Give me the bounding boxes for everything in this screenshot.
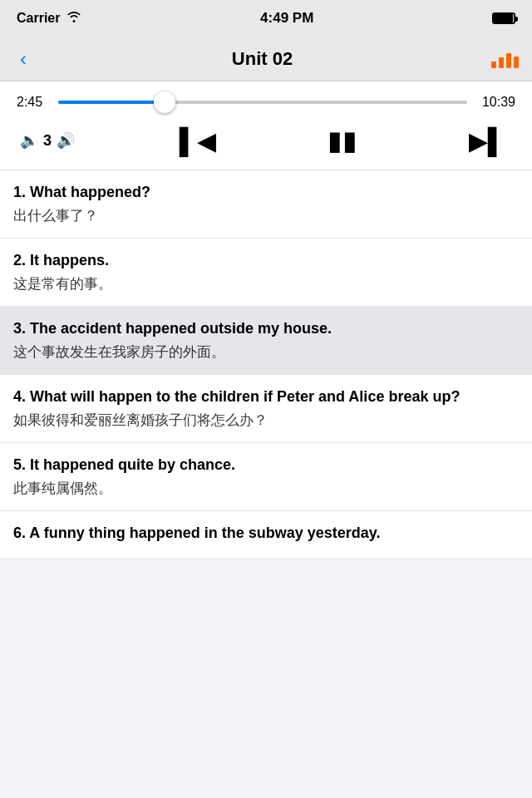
sentence-english-1: 1. What happened? xyxy=(13,182,519,203)
controls-row: 🔈 3 🔊 ▌◀ ▮▮ ▶▌ xyxy=(17,121,515,160)
volume-low-icon: 🔈 xyxy=(20,131,38,150)
back-button[interactable]: ‹ xyxy=(13,44,33,74)
carrier-label: Carrier xyxy=(17,11,60,26)
current-time: 2:45 xyxy=(17,95,50,110)
battery-icon xyxy=(492,12,515,24)
sentence-english-2: 2. It happens. xyxy=(13,250,519,271)
progress-thumb[interactable] xyxy=(154,91,175,113)
page-title: Unit 02 xyxy=(232,48,293,70)
sentence-item-3[interactable]: 3. The accident happened outside my hous… xyxy=(0,307,532,375)
sentence-chinese-3: 这个事故发生在我家房子的外面。 xyxy=(13,342,519,362)
volume-number: 3 xyxy=(43,132,52,150)
sentence-chinese-5: 此事纯属偶然。 xyxy=(13,479,519,499)
progress-fill xyxy=(58,101,165,104)
bar1 xyxy=(491,62,496,68)
status-time: 4:49 PM xyxy=(260,10,313,27)
progress-row: 2:45 10:39 xyxy=(17,95,515,110)
sentence-list: 1. What happened? 出什么事了？ 2. It happens. … xyxy=(0,170,532,559)
sentence-item-5[interactable]: 5. It happened quite by chance. 此事纯属偶然。 xyxy=(0,443,532,511)
status-bar: Carrier 4:49 PM xyxy=(0,0,532,37)
volume-high-icon: 🔊 xyxy=(57,131,75,150)
sentence-english-6: 6. A funny thing happened in the subway … xyxy=(13,523,519,544)
bar4 xyxy=(514,57,519,68)
sentence-item-1[interactable]: 1. What happened? 出什么事了？ xyxy=(0,170,532,239)
sentence-chinese-2: 这是常有的事。 xyxy=(13,274,519,294)
sentence-item-6[interactable]: 6. A funny thing happened in the subway … xyxy=(0,511,532,559)
skip-forward-button[interactable]: ▶▌ xyxy=(462,123,512,159)
progress-bar[interactable] xyxy=(58,101,467,104)
total-time: 10:39 xyxy=(475,95,515,110)
sentence-english-4: 4. What will happen to the children if P… xyxy=(13,387,519,407)
bar3 xyxy=(506,53,511,68)
skip-back-button[interactable]: ▌◀ xyxy=(173,123,223,159)
pause-button[interactable]: ▮▮ xyxy=(321,121,364,160)
audio-levels-icon[interactable] xyxy=(491,50,519,68)
sentence-chinese-4: 如果彼得和爱丽丝离婚孩子们将怎么办？ xyxy=(13,411,519,431)
sentence-item-2[interactable]: 2. It happens. 这是常有的事。 xyxy=(0,239,532,307)
sentence-chinese-1: 出什么事了？ xyxy=(13,206,519,226)
nav-bar: ‹ Unit 02 xyxy=(0,37,532,81)
sentence-english-3: 3. The accident happened outside my hous… xyxy=(13,318,519,339)
bar2 xyxy=(499,57,504,68)
wifi-icon xyxy=(66,11,81,26)
sentence-item-4[interactable]: 4. What will happen to the children if P… xyxy=(0,375,532,443)
volume-group: 🔈 3 🔊 xyxy=(20,131,75,150)
sentence-english-5: 5. It happened quite by chance. xyxy=(13,455,519,475)
status-right xyxy=(492,12,515,24)
player-section: 2:45 10:39 🔈 3 🔊 ▌◀ ▮▮ ▶▌ xyxy=(0,81,532,170)
status-left: Carrier xyxy=(17,11,81,26)
